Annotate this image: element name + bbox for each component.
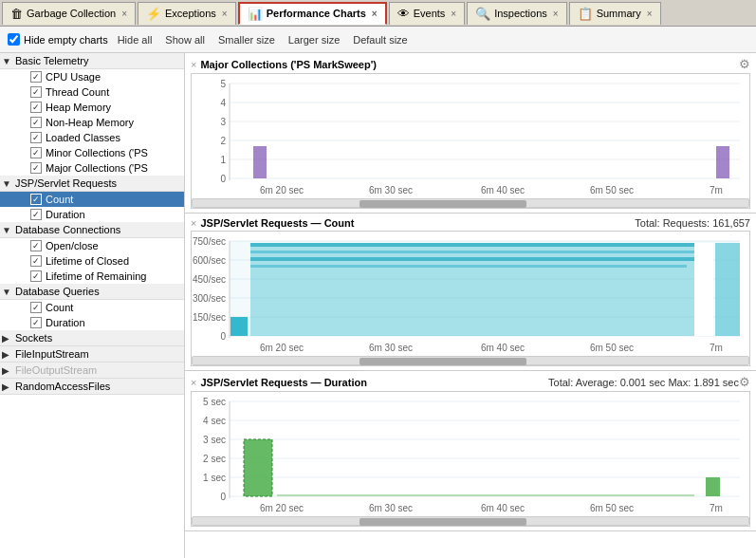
tab-bar: 🗑 Garbage Collection × ⚡ Exceptions × 📊 … bbox=[0, 0, 756, 27]
chart-major-close[interactable]: × bbox=[191, 59, 196, 70]
check-cpu-usage[interactable] bbox=[30, 71, 42, 83]
svg-text:0: 0 bbox=[220, 492, 226, 502]
svg-rect-37 bbox=[250, 251, 713, 253]
check-loaded-classes[interactable] bbox=[30, 132, 42, 143]
item-major-collections[interactable]: Major Collections ('PS bbox=[0, 160, 184, 176]
chart-jsp-count: × JSP/Servlet Requests — Count Total: Re… bbox=[185, 214, 756, 371]
check-minor-collections[interactable] bbox=[30, 147, 42, 158]
item-loaded-classes[interactable]: Loaded Classes bbox=[0, 130, 184, 145]
chart-jsp-duration-scrollbar[interactable] bbox=[192, 516, 749, 526]
item-db-duration[interactable]: Duration bbox=[0, 315, 184, 330]
garbage-icon: 🗑 bbox=[10, 7, 23, 21]
tab-events-close[interactable]: × bbox=[451, 9, 456, 19]
check-thread-count[interactable] bbox=[30, 86, 42, 98]
tab-garbage-close[interactable]: × bbox=[121, 9, 127, 19]
item-jsp-duration[interactable]: Duration bbox=[0, 207, 184, 222]
label-cpu-usage: CPU Usage bbox=[46, 71, 101, 83]
check-lifetime-remaining[interactable] bbox=[30, 270, 42, 282]
label-major-collections: Major Collections ('PS bbox=[46, 162, 148, 174]
group-fileinput[interactable]: ▶ FileInputStream bbox=[0, 346, 184, 363]
tab-events[interactable]: 👁 Events × bbox=[389, 2, 465, 25]
check-major-collections[interactable] bbox=[30, 162, 42, 174]
item-jsp-count[interactable]: Count bbox=[0, 192, 184, 207]
svg-text:7m: 7m bbox=[710, 343, 723, 353]
tab-inspections[interactable]: 🔍 Inspections × bbox=[467, 2, 567, 25]
inspections-icon: 🔍 bbox=[475, 7, 490, 21]
label-thread-count: Thread Count bbox=[46, 86, 109, 98]
svg-rect-60 bbox=[244, 439, 272, 496]
chart-jsp-duration-scrollbar-thumb[interactable] bbox=[360, 518, 526, 526]
check-non-heap-memory[interactable] bbox=[30, 117, 42, 128]
tab-exceptions-close[interactable]: × bbox=[222, 9, 228, 19]
smaller-size-button[interactable]: Smaller size bbox=[214, 33, 279, 46]
group-sockets[interactable]: ▶ Sockets bbox=[0, 330, 184, 346]
chart-jsp-count-close[interactable]: × bbox=[191, 217, 196, 229]
tab-exceptions[interactable]: ⚡ Exceptions × bbox=[138, 2, 236, 25]
item-open-close[interactable]: Open/close bbox=[0, 238, 184, 253]
hide-all-button[interactable]: Hide all bbox=[114, 33, 157, 46]
group-jsp-label: JSP/Servlet Requests bbox=[15, 177, 117, 189]
expander-sockets: ▶ bbox=[2, 333, 15, 344]
group-jsp[interactable]: ▼ JSP/Servlet Requests bbox=[0, 176, 184, 192]
check-jsp-duration[interactable] bbox=[30, 209, 42, 220]
check-jsp-count[interactable] bbox=[30, 194, 42, 205]
label-jsp-count: Count bbox=[46, 194, 73, 205]
item-db-count[interactable]: Count bbox=[0, 300, 184, 315]
item-lifetime-closed[interactable]: Lifetime of Closed bbox=[0, 253, 184, 269]
tab-summary[interactable]: 📋 Summary × bbox=[569, 2, 661, 25]
expander-db-connections: ▼ bbox=[2, 225, 15, 235]
tab-inspections-close[interactable]: × bbox=[553, 9, 559, 19]
chart-major-header: × Major Collections ('PS MarkSweep') ⚙ bbox=[191, 57, 750, 71]
show-all-button[interactable]: Show all bbox=[161, 33, 209, 46]
item-minor-collections[interactable]: Minor Collections ('PS bbox=[0, 145, 184, 160]
group-fileoutput[interactable]: ▶ FileOutputStream bbox=[0, 363, 184, 379]
chart-major-scrollbar[interactable] bbox=[192, 198, 749, 208]
tab-summary-label: Summary bbox=[597, 8, 641, 19]
chart-jsp-count-scrollbar[interactable] bbox=[192, 356, 749, 365]
svg-text:6m 50 sec: 6m 50 sec bbox=[590, 503, 634, 513]
label-non-heap-memory: Non-Heap Memory bbox=[46, 117, 134, 128]
check-db-count[interactable] bbox=[30, 302, 42, 313]
label-open-close: Open/close bbox=[46, 240, 99, 251]
chart-major-scrollbar-thumb[interactable] bbox=[360, 200, 526, 208]
item-cpu-usage[interactable]: CPU Usage bbox=[0, 69, 184, 84]
chart-jsp-duration-body: 5 sec 4 sec 3 sec 2 sec 1 sec 0 bbox=[191, 391, 750, 527]
tab-performance[interactable]: 📊 Performance Charts × bbox=[238, 2, 387, 25]
chart-jsp-duration: × JSP/Servlet Requests — Duration Total:… bbox=[185, 371, 756, 531]
group-random-access[interactable]: ▶ RandomAccessFiles bbox=[0, 379, 184, 395]
tab-performance-close[interactable]: × bbox=[372, 9, 378, 19]
tab-summary-close[interactable]: × bbox=[647, 9, 653, 19]
svg-text:2 sec: 2 sec bbox=[203, 454, 226, 464]
group-db-connections[interactable]: ▼ Database Connections bbox=[0, 222, 184, 238]
chart-jsp-count-scrollbar-thumb[interactable] bbox=[360, 358, 526, 365]
svg-text:4: 4 bbox=[220, 98, 226, 108]
check-db-duration[interactable] bbox=[30, 317, 42, 328]
check-heap-memory[interactable] bbox=[30, 102, 42, 113]
label-loaded-classes: Loaded Classes bbox=[46, 132, 120, 143]
larger-size-button[interactable]: Larger size bbox=[285, 33, 343, 46]
default-size-button[interactable]: Default size bbox=[349, 33, 411, 46]
item-thread-count[interactable]: Thread Count bbox=[0, 84, 184, 100]
chart-major-gear[interactable]: ⚙ bbox=[739, 57, 750, 71]
svg-text:6m 50 sec: 6m 50 sec bbox=[590, 185, 634, 195]
group-basic-telemetry[interactable]: ▼ Basic Telemetry bbox=[0, 53, 184, 69]
chart-jsp-duration-gear[interactable]: ⚙ bbox=[739, 375, 750, 389]
svg-rect-35 bbox=[250, 243, 713, 336]
svg-rect-41 bbox=[715, 243, 740, 336]
check-open-close[interactable] bbox=[30, 240, 42, 251]
chart-jsp-duration-close[interactable]: × bbox=[191, 377, 196, 388]
item-non-heap-memory[interactable]: Non-Heap Memory bbox=[0, 115, 184, 130]
svg-text:6m 30 sec: 6m 30 sec bbox=[369, 343, 413, 353]
item-lifetime-remaining[interactable]: Lifetime of Remaining bbox=[0, 269, 184, 284]
main-container: ▼ Basic Telemetry CPU Usage Thread Count… bbox=[0, 53, 756, 558]
tab-garbage[interactable]: 🗑 Garbage Collection × bbox=[2, 2, 136, 25]
item-heap-memory[interactable]: Heap Memory bbox=[0, 100, 184, 115]
group-db-queries[interactable]: ▼ Database Queries bbox=[0, 284, 184, 300]
group-random-access-label: RandomAccessFiles bbox=[15, 381, 110, 392]
hide-empty-toggle[interactable]: Hide empty charts bbox=[8, 33, 108, 46]
group-sockets-label: Sockets bbox=[15, 332, 52, 344]
svg-text:1 sec: 1 sec bbox=[203, 473, 226, 483]
hide-empty-checkbox[interactable] bbox=[8, 33, 20, 46]
performance-icon: 📊 bbox=[248, 7, 263, 21]
check-lifetime-closed[interactable] bbox=[30, 255, 42, 267]
